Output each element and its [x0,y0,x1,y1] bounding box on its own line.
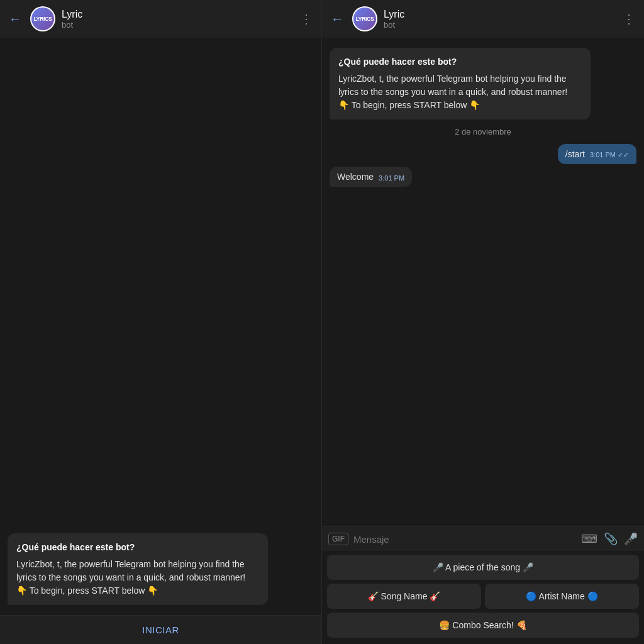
gif-button[interactable]: GIF [328,533,348,545]
right-menu-icon[interactable]: ⋮ [623,11,635,26]
right-chat-area: ¿Qué puede hacer este bot? LyricZbot, t,… [322,38,644,526]
input-icons: ⌨ 📎 🎤 [581,532,638,546]
message-title: ¿Qué puede hacer este bot? [16,541,259,554]
header-subtitle: bot [62,20,294,30]
message-input[interactable] [353,534,576,545]
mic-icon[interactable]: 🎤 [624,532,638,546]
right-header-title: Lyric [384,9,616,20]
bot-welcome-message: Welcome 3:01 PM [330,167,412,187]
avatar: LYRICS [30,6,55,31]
user-message-text: /start [565,149,585,159]
header-title: Lyric [62,9,294,20]
right-header: ← LYRICS Lyric bot ⋮ [322,0,644,38]
user-start-message: /start 3:01 PM ✓✓ [558,144,636,164]
attach-icon[interactable]: 📎 [604,532,618,546]
right-message-body: LyricZbot, t, the powerful Telegram bot … [338,72,582,112]
kb-piece-of-song[interactable]: 🎤 A piece of the song 🎤 [327,555,639,580]
menu-icon[interactable]: ⋮ [300,11,313,26]
back-button[interactable]: ← [9,12,21,26]
left-header: ← LYRICS Lyric bot ⋮ [0,0,321,38]
header-info: Lyric bot [62,9,294,30]
right-message-title: ¿Qué puede hacer este bot? [338,55,582,69]
right-avatar: LYRICS [352,6,377,31]
bot-message: ¿Qué puede hacer este bot? LyricZbot, t,… [8,533,268,605]
tick-icon: ✓✓ [618,151,629,158]
kb-row-2: 🎸 Song Name 🎸 🔵 Artist Name 🔵 [327,584,639,609]
avatar-inner: LYRICS [31,8,54,30]
kb-row-1: 🎤 A piece of the song 🎤 [327,555,639,580]
user-message-time: 3:01 PM ✓✓ [590,151,629,159]
right-panel: ← LYRICS Lyric bot ⋮ ¿Qué puede hacer es… [322,0,644,644]
iniciar-button[interactable]: INICIAR [0,615,321,644]
kb-combo-search[interactable]: 🍔 Combo Search! 🍕 [327,613,639,638]
kb-artist-name[interactable]: 🔵 Artist Name 🔵 [485,584,639,609]
right-back-button[interactable]: ← [331,12,343,26]
left-chat-area: ¿Qué puede hacer este bot? LyricZbot, t,… [0,38,321,615]
kb-row-3: 🍔 Combo Search! 🍕 [327,613,639,638]
right-bot-message: ¿Qué puede hacer este bot? LyricZbot, t,… [330,48,591,119]
right-header-info: Lyric bot [384,9,616,30]
left-panel: ← LYRICS Lyric bot ⋮ ¿Qué puede hacer es… [0,0,322,644]
input-bar: GIF ⌨ 📎 🎤 [322,526,644,551]
date-divider: 2 de noviembre [330,127,636,136]
kb-song-name[interactable]: 🎸 Song Name 🎸 [327,584,481,609]
message-body: LyricZbot, t, the powerful Telegram bot … [16,558,259,597]
bot-keyboard: 🎤 A piece of the song 🎤 🎸 Song Name 🎸 🔵 … [322,551,644,644]
right-header-subtitle: bot [384,20,616,30]
bot-welcome-time: 3:01 PM [379,174,404,182]
right-avatar-inner: LYRICS [353,8,376,30]
bot-welcome-text: Welcome [337,172,374,182]
keyboard-icon[interactable]: ⌨ [581,532,597,546]
